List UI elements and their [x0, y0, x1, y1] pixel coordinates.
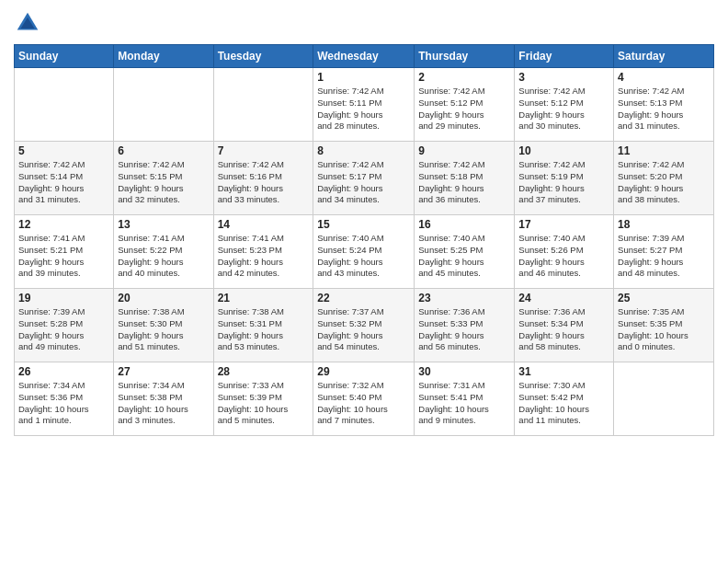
- day-number: 14: [218, 218, 310, 231]
- day-info: Sunrise: 7:40 AM Sunset: 5:25 PM Dayligh…: [418, 233, 510, 280]
- day-info: Sunrise: 7:37 AM Sunset: 5:32 PM Dayligh…: [317, 306, 410, 353]
- calendar-cell: 5Sunrise: 7:42 AM Sunset: 5:14 PM Daylig…: [15, 142, 114, 215]
- calendar-cell: 24Sunrise: 7:36 AM Sunset: 5:34 PM Dayli…: [515, 289, 614, 362]
- day-number: 29: [317, 365, 410, 378]
- week-row-2: 12Sunrise: 7:41 AM Sunset: 5:21 PM Dayli…: [15, 215, 714, 289]
- calendar-cell: 31Sunrise: 7:30 AM Sunset: 5:42 PM Dayli…: [515, 362, 614, 436]
- day-info: Sunrise: 7:41 AM Sunset: 5:23 PM Dayligh…: [218, 233, 310, 280]
- day-number: 21: [218, 292, 310, 304]
- calendar-cell: [614, 362, 714, 436]
- calendar-cell: 2Sunrise: 7:42 AM Sunset: 5:12 PM Daylig…: [415, 68, 515, 142]
- calendar-cell: 10Sunrise: 7:42 AM Sunset: 5:19 PM Dayli…: [515, 142, 614, 215]
- day-info: Sunrise: 7:32 AM Sunset: 5:40 PM Dayligh…: [317, 380, 410, 427]
- day-info: Sunrise: 7:36 AM Sunset: 5:33 PM Dayligh…: [418, 306, 510, 353]
- day-info: Sunrise: 7:42 AM Sunset: 5:12 PM Dayligh…: [518, 86, 609, 132]
- day-number: 17: [518, 218, 609, 231]
- weekday-header-row: SundayMondayTuesdayWednesdayThursdayFrid…: [15, 45, 714, 68]
- weekday-header-sunday: Sunday: [15, 45, 114, 68]
- day-info: Sunrise: 7:36 AM Sunset: 5:34 PM Dayligh…: [518, 306, 609, 353]
- calendar-cell: 18Sunrise: 7:39 AM Sunset: 5:27 PM Dayli…: [614, 215, 714, 289]
- day-info: Sunrise: 7:38 AM Sunset: 5:31 PM Dayligh…: [218, 306, 310, 353]
- day-info: Sunrise: 7:34 AM Sunset: 5:38 PM Dayligh…: [118, 380, 209, 427]
- day-info: Sunrise: 7:41 AM Sunset: 5:21 PM Dayligh…: [18, 233, 109, 280]
- calendar-cell: 23Sunrise: 7:36 AM Sunset: 5:33 PM Dayli…: [415, 289, 515, 362]
- calendar-cell: 6Sunrise: 7:42 AM Sunset: 5:15 PM Daylig…: [114, 142, 213, 215]
- day-number: 27: [118, 365, 209, 378]
- calendar-cell: 12Sunrise: 7:41 AM Sunset: 5:21 PM Dayli…: [15, 215, 114, 289]
- calendar-cell: 9Sunrise: 7:42 AM Sunset: 5:18 PM Daylig…: [415, 142, 515, 215]
- day-info: Sunrise: 7:30 AM Sunset: 5:42 PM Dayligh…: [518, 380, 609, 427]
- calendar-cell: 16Sunrise: 7:40 AM Sunset: 5:25 PM Dayli…: [415, 215, 515, 289]
- weekday-header-friday: Friday: [515, 45, 614, 68]
- day-info: Sunrise: 7:42 AM Sunset: 5:13 PM Dayligh…: [618, 86, 710, 132]
- calendar-cell: 17Sunrise: 7:40 AM Sunset: 5:26 PM Dayli…: [515, 215, 614, 289]
- weekday-header-saturday: Saturday: [614, 45, 714, 68]
- weekday-header-thursday: Thursday: [415, 45, 515, 68]
- day-info: Sunrise: 7:42 AM Sunset: 5:16 PM Dayligh…: [218, 159, 310, 206]
- day-number: 13: [118, 218, 209, 231]
- day-number: 10: [518, 144, 609, 157]
- day-info: Sunrise: 7:42 AM Sunset: 5:14 PM Dayligh…: [18, 159, 109, 206]
- day-number: 7: [218, 144, 310, 157]
- day-info: Sunrise: 7:42 AM Sunset: 5:15 PM Dayligh…: [118, 159, 209, 206]
- day-info: Sunrise: 7:42 AM Sunset: 5:11 PM Dayligh…: [317, 86, 410, 132]
- day-number: 24: [518, 292, 609, 304]
- day-number: 16: [418, 218, 510, 231]
- day-info: Sunrise: 7:42 AM Sunset: 5:20 PM Dayligh…: [618, 159, 710, 206]
- day-number: 8: [317, 144, 410, 157]
- calendar-cell: 1Sunrise: 7:42 AM Sunset: 5:11 PM Daylig…: [313, 68, 415, 142]
- day-number: 6: [118, 144, 209, 157]
- calendar-cell: 4Sunrise: 7:42 AM Sunset: 5:13 PM Daylig…: [614, 68, 714, 142]
- calendar-cell: 11Sunrise: 7:42 AM Sunset: 5:20 PM Dayli…: [614, 142, 714, 215]
- week-row-0: 1Sunrise: 7:42 AM Sunset: 5:11 PM Daylig…: [15, 68, 714, 142]
- calendar-cell: 27Sunrise: 7:34 AM Sunset: 5:38 PM Dayli…: [114, 362, 213, 436]
- day-info: Sunrise: 7:40 AM Sunset: 5:26 PM Dayligh…: [518, 233, 609, 280]
- day-info: Sunrise: 7:39 AM Sunset: 5:28 PM Dayligh…: [18, 306, 109, 353]
- logo: [14, 9, 45, 37]
- calendar-cell: 25Sunrise: 7:35 AM Sunset: 5:35 PM Dayli…: [614, 289, 714, 362]
- calendar-cell: 8Sunrise: 7:42 AM Sunset: 5:17 PM Daylig…: [313, 142, 415, 215]
- day-info: Sunrise: 7:38 AM Sunset: 5:30 PM Dayligh…: [118, 306, 209, 353]
- calendar-cell: 3Sunrise: 7:42 AM Sunset: 5:12 PM Daylig…: [515, 68, 614, 142]
- calendar-cell: [114, 68, 213, 142]
- day-info: Sunrise: 7:31 AM Sunset: 5:41 PM Dayligh…: [418, 380, 510, 427]
- calendar-cell: 19Sunrise: 7:39 AM Sunset: 5:28 PM Dayli…: [15, 289, 114, 362]
- day-info: Sunrise: 7:42 AM Sunset: 5:18 PM Dayligh…: [418, 159, 510, 206]
- day-info: Sunrise: 7:34 AM Sunset: 5:36 PM Dayligh…: [18, 380, 109, 427]
- day-info: Sunrise: 7:40 AM Sunset: 5:24 PM Dayligh…: [317, 233, 410, 280]
- day-number: 3: [518, 71, 609, 84]
- day-number: 4: [618, 71, 710, 84]
- day-number: 20: [118, 292, 209, 304]
- main-container: SundayMondayTuesdayWednesdayThursdayFrid…: [0, 0, 728, 563]
- weekday-header-wednesday: Wednesday: [313, 45, 415, 68]
- day-info: Sunrise: 7:42 AM Sunset: 5:12 PM Dayligh…: [418, 86, 510, 132]
- day-number: 12: [18, 218, 109, 231]
- day-number: 31: [518, 365, 609, 378]
- calendar-cell: 28Sunrise: 7:33 AM Sunset: 5:39 PM Dayli…: [213, 362, 313, 436]
- day-number: 23: [418, 292, 510, 304]
- weekday-header-tuesday: Tuesday: [213, 45, 313, 68]
- week-row-4: 26Sunrise: 7:34 AM Sunset: 5:36 PM Dayli…: [15, 362, 714, 436]
- calendar-cell: 7Sunrise: 7:42 AM Sunset: 5:16 PM Daylig…: [213, 142, 313, 215]
- day-number: 5: [18, 144, 109, 157]
- day-info: Sunrise: 7:35 AM Sunset: 5:35 PM Dayligh…: [618, 306, 710, 353]
- day-info: Sunrise: 7:33 AM Sunset: 5:39 PM Dayligh…: [218, 380, 310, 427]
- weekday-header-monday: Monday: [114, 45, 213, 68]
- calendar-cell: 20Sunrise: 7:38 AM Sunset: 5:30 PM Dayli…: [114, 289, 213, 362]
- day-info: Sunrise: 7:42 AM Sunset: 5:19 PM Dayligh…: [518, 159, 609, 206]
- calendar-cell: 14Sunrise: 7:41 AM Sunset: 5:23 PM Dayli…: [213, 215, 313, 289]
- calendar-cell: 29Sunrise: 7:32 AM Sunset: 5:40 PM Dayli…: [313, 362, 415, 436]
- calendar-table: SundayMondayTuesdayWednesdayThursdayFrid…: [14, 44, 714, 436]
- day-number: 28: [218, 365, 310, 378]
- day-number: 9: [418, 144, 510, 157]
- day-number: 11: [618, 144, 710, 157]
- calendar-cell: [213, 68, 313, 142]
- day-info: Sunrise: 7:41 AM Sunset: 5:22 PM Dayligh…: [118, 233, 209, 280]
- calendar-cell: 21Sunrise: 7:38 AM Sunset: 5:31 PM Dayli…: [213, 289, 313, 362]
- day-number: 25: [618, 292, 710, 304]
- day-number: 26: [18, 365, 109, 378]
- logo-icon: [14, 9, 41, 37]
- week-row-3: 19Sunrise: 7:39 AM Sunset: 5:28 PM Dayli…: [15, 289, 714, 362]
- calendar-cell: 22Sunrise: 7:37 AM Sunset: 5:32 PM Dayli…: [313, 289, 415, 362]
- header: [14, 9, 714, 37]
